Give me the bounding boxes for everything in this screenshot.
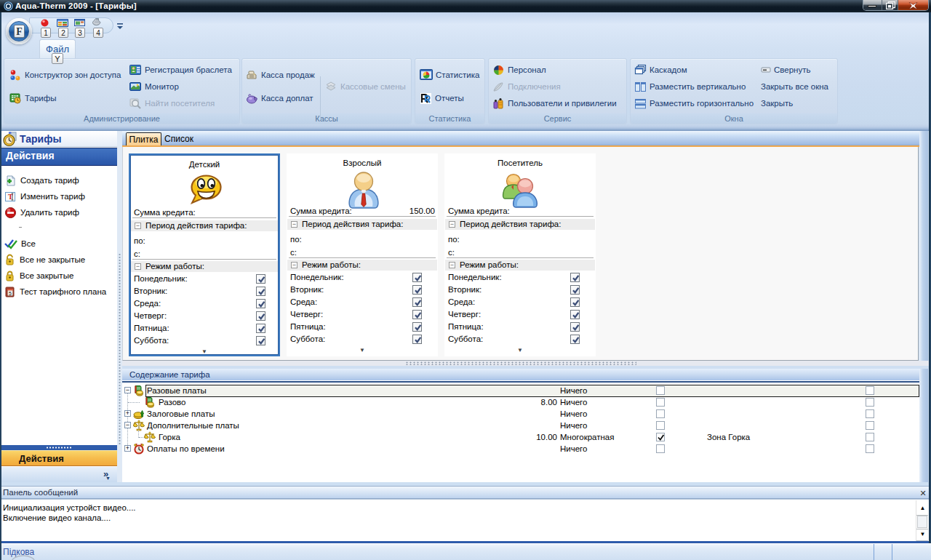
svg-text:5: 5 [9,291,12,296]
